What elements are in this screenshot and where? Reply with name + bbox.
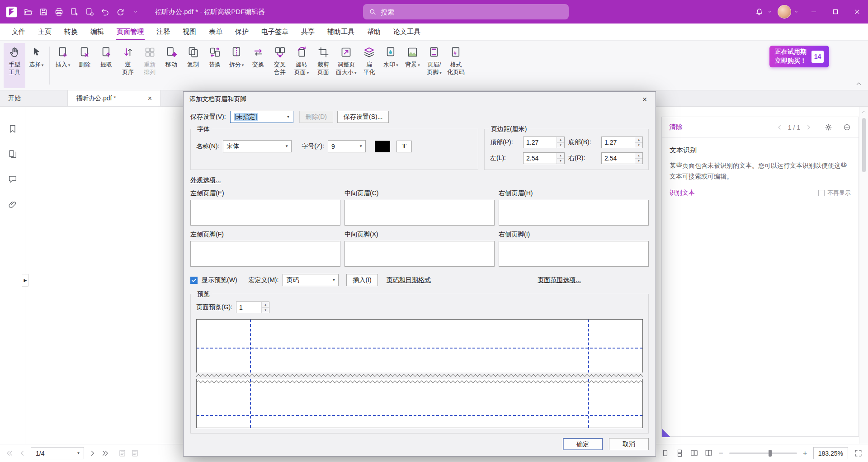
header-right-input[interactable] bbox=[499, 200, 649, 226]
ribbon-tool-extract-page[interactable]: 提取 bbox=[95, 43, 117, 88]
page-thumbnails-panel-icon[interactable] bbox=[8, 149, 18, 159]
ribbon-tool-header-footer[interactable]: 页眉/ 页脚▾ bbox=[424, 43, 445, 88]
zoom-in-button[interactable]: + bbox=[803, 449, 807, 457]
spinner-up-icon[interactable]: ▲ bbox=[557, 137, 564, 143]
footer-right-input[interactable] bbox=[499, 241, 649, 267]
ribbon-tool-move-page[interactable]: 移动 bbox=[160, 43, 182, 88]
bookmarks-panel-icon[interactable] bbox=[8, 124, 18, 134]
menu-item-home[interactable]: 主页 bbox=[32, 24, 58, 40]
facing-view-icon[interactable] bbox=[690, 449, 698, 457]
attachments-panel-icon[interactable] bbox=[8, 200, 18, 210]
next-result-icon[interactable] bbox=[805, 123, 812, 131]
menu-item-protect[interactable]: 保护 bbox=[229, 24, 255, 40]
header-center-input[interactable] bbox=[344, 200, 495, 226]
margin-left-spinner[interactable]: 2.54▲▼ bbox=[523, 152, 565, 164]
ribbon-tool-select-tool[interactable]: 选择▾ bbox=[25, 43, 47, 88]
buy-now-button[interactable]: 正在试用期 立即购买！ 14 bbox=[769, 46, 829, 67]
spinner-down-icon[interactable]: ▼ bbox=[635, 143, 642, 148]
font-name-select[interactable]: 宋体▼ bbox=[223, 140, 292, 152]
foxit-logo[interactable] bbox=[5, 6, 18, 18]
page-range-options-link[interactable]: 页面范围选项... bbox=[538, 276, 581, 284]
menu-item-file[interactable]: 文件 bbox=[5, 24, 32, 40]
previous-view-icon[interactable] bbox=[118, 449, 127, 457]
spinner-up-icon[interactable]: ▲ bbox=[557, 153, 564, 159]
expand-panel-arrow[interactable]: ▶ bbox=[22, 274, 29, 287]
delete-setting-button[interactable]: 删除(D) bbox=[299, 111, 333, 123]
prev-result-icon[interactable] bbox=[776, 123, 783, 131]
ribbon-tool-watermark[interactable]: 水印▾ bbox=[380, 43, 402, 88]
spinner-down-icon[interactable]: ▼ bbox=[557, 143, 564, 148]
ribbon-tool-duplicate-page[interactable]: 复制 bbox=[182, 43, 204, 88]
zoom-slider-thumb[interactable] bbox=[769, 450, 772, 457]
page-number-format-link[interactable]: 页码和日期格式 bbox=[387, 276, 431, 284]
ribbon-tool-hand-tool[interactable]: 手型 工具 bbox=[4, 43, 25, 88]
gear-icon[interactable] bbox=[824, 123, 833, 132]
window-close-button[interactable] bbox=[846, 0, 868, 24]
clear-button[interactable]: 清除 bbox=[669, 123, 683, 132]
appearance-options-link[interactable]: 外观选项... bbox=[190, 176, 221, 184]
prev-page-button[interactable] bbox=[18, 449, 27, 457]
menu-item-form[interactable]: 表单 bbox=[203, 24, 229, 40]
margin-top-spinner[interactable]: 1.27▲▼ bbox=[523, 137, 565, 148]
macro-select[interactable]: 页码▼ bbox=[283, 274, 339, 286]
convert-button[interactable] bbox=[82, 4, 97, 19]
scrollbar-thumb[interactable] bbox=[862, 118, 866, 172]
preview-page-spinner[interactable]: 1 ▲▼ bbox=[236, 302, 269, 313]
next-view-icon[interactable] bbox=[131, 449, 139, 457]
tab-start[interactable]: 开始 bbox=[0, 90, 68, 106]
ribbon-tool-format-page-number[interactable]: #格式 化页码 bbox=[445, 43, 467, 88]
menu-item-share[interactable]: 共享 bbox=[295, 24, 321, 40]
footer-center-input[interactable] bbox=[344, 241, 495, 267]
margin-bottom-spinner[interactable]: 1.27▲▼ bbox=[601, 137, 643, 148]
redo-button[interactable] bbox=[113, 4, 128, 19]
ribbon-tool-insert-page[interactable]: 插入▾ bbox=[52, 43, 74, 88]
next-page-button[interactable] bbox=[88, 449, 97, 457]
collapse-ribbon-icon[interactable] bbox=[855, 80, 863, 88]
avatar[interactable] bbox=[778, 5, 791, 19]
dialog-close-button[interactable]: × bbox=[637, 93, 653, 106]
ribbon-tool-background[interactable]: 背景▾ bbox=[402, 43, 424, 88]
font-color-picker[interactable] bbox=[375, 141, 390, 152]
ribbon-tool-rearrange[interactable]: 重新 排列 bbox=[139, 43, 160, 88]
ribbon-tool-rotate-page[interactable]: 旋转 页面▾ bbox=[291, 43, 312, 88]
search-input[interactable] bbox=[381, 8, 563, 16]
single-page-view-icon[interactable] bbox=[661, 449, 670, 457]
spinner-down-icon[interactable]: ▼ bbox=[557, 159, 564, 164]
window-maximize-button[interactable] bbox=[825, 0, 846, 24]
insert-macro-button[interactable]: 插入(I) bbox=[346, 274, 377, 286]
menu-item-paper-tools[interactable]: 论文工具 bbox=[387, 24, 427, 40]
show-preview-checkbox[interactable] bbox=[190, 277, 198, 284]
notifications-button[interactable] bbox=[751, 4, 767, 19]
ribbon-tool-resize-page[interactable]: 调整页 面大小▾ bbox=[334, 43, 359, 88]
ribbon-tool-crop-page[interactable]: 裁剪 页面 bbox=[312, 43, 334, 88]
zoom-out-button[interactable]: − bbox=[719, 449, 723, 457]
customize-toolbar-button[interactable] bbox=[128, 4, 143, 19]
email-button[interactable] bbox=[66, 4, 82, 19]
footer-left-input[interactable] bbox=[190, 241, 340, 267]
zoom-level[interactable]: 183.25% bbox=[813, 447, 848, 459]
page-number-select[interactable]: 1/4 ▼ bbox=[31, 447, 84, 459]
window-minimize-button[interactable] bbox=[803, 0, 825, 24]
ribbon-tool-cross-merge[interactable]: 交叉 合并 bbox=[269, 43, 291, 88]
ribbon-tool-delete-page[interactable]: 删除 bbox=[74, 43, 95, 88]
menu-item-help[interactable]: 帮助 bbox=[361, 24, 387, 40]
zoom-slider[interactable] bbox=[729, 453, 797, 454]
spinner-up-icon[interactable]: ▲ bbox=[635, 153, 642, 159]
comments-panel-icon[interactable] bbox=[8, 174, 18, 184]
first-page-button[interactable] bbox=[5, 449, 14, 457]
cancel-button[interactable]: 取消 bbox=[609, 438, 649, 450]
vertical-scrollbar[interactable] bbox=[859, 107, 868, 444]
menu-item-page-management[interactable]: 页面管理 bbox=[110, 24, 150, 40]
tab-document[interactable]: 福昕办公.pdf * × bbox=[68, 90, 160, 106]
spinner-up-icon[interactable]: ▲ bbox=[262, 302, 269, 308]
scroll-up-icon[interactable] bbox=[861, 109, 867, 115]
spinner-down-icon[interactable]: ▼ bbox=[635, 159, 642, 164]
menu-item-comment[interactable]: 注释 bbox=[150, 24, 176, 40]
underline-button[interactable]: T bbox=[396, 141, 412, 152]
search-box[interactable] bbox=[363, 4, 569, 19]
font-size-select[interactable]: 9▼ bbox=[328, 140, 366, 152]
save-button[interactable] bbox=[36, 4, 51, 19]
ribbon-tool-reverse-order[interactable]: 逆 页序 bbox=[117, 43, 139, 88]
spinner-up-icon[interactable]: ▲ bbox=[635, 137, 642, 143]
ribbon-tool-swap-page[interactable]: 交换 bbox=[247, 43, 269, 88]
